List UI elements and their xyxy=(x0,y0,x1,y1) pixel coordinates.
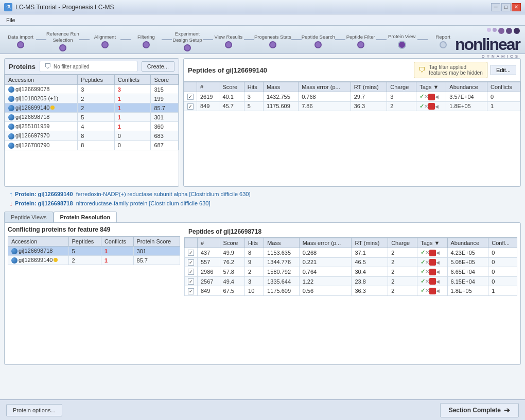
peptide-mass: 1344.776 xyxy=(264,257,299,267)
peptide-check[interactable] xyxy=(185,286,198,296)
peptide-mass: 1580.792 xyxy=(264,267,299,277)
maximize-btn[interactable]: □ xyxy=(501,3,511,11)
protein-conflicts: 1 xyxy=(114,94,151,103)
create-button[interactable]: Create... xyxy=(142,61,174,72)
menu-bar: File xyxy=(0,14,525,26)
peptide-charge: 2 xyxy=(387,101,416,111)
peptides-bottom-title: Peptides of gi|126698718 xyxy=(188,228,261,235)
title-bar: ⚗ LC-MS Tutorial - Progenesis LC-MS ─ □ … xyxy=(0,0,525,14)
peptide-hits: 3 xyxy=(245,276,264,286)
nav-connector-10 xyxy=(417,39,428,40)
protein-up-label: Protein: gi|126699140 ferredoxin-NADP(+)… xyxy=(15,191,250,197)
peptide-num: 2986 xyxy=(198,267,220,277)
peptide-check[interactable] xyxy=(185,276,198,286)
protein-row[interactable]: gi|126699078 3 3 315 xyxy=(5,85,179,94)
nav-dot-view-results xyxy=(225,41,232,48)
peptide-bottom-row[interactable]: 2986 57.8 2 1580.792 0.764 30.4 2 ✓✕◀ 6.… xyxy=(185,267,517,277)
nav-connector-4 xyxy=(162,39,172,40)
peptide-bottom-row[interactable]: 2567 49.4 3 1335.644 1.22 23.8 2 ✓✕◀ 6.1… xyxy=(185,276,517,286)
top-section: Proteins ⛉ No filter applied Create... A… xyxy=(4,58,521,187)
protein-row[interactable]: gi|10180205 (+1) 2 1 199 xyxy=(5,94,179,103)
nav-connector-3 xyxy=(120,39,131,40)
peptide-conflicts: 0 xyxy=(488,276,517,286)
nav-step-filtering[interactable]: Filtering xyxy=(131,34,162,48)
section-complete-button[interactable]: Section Complete ➔ xyxy=(440,403,519,417)
peptide-mass: 1153.635 xyxy=(264,248,299,258)
peptide-num: 849 xyxy=(198,286,220,296)
protein-options-button[interactable]: Protein options... xyxy=(6,404,62,416)
peptide-num: 557 xyxy=(198,257,220,267)
protein-up-desc: ferredoxin-NADP(+) reductase subunit alp… xyxy=(76,191,251,197)
tab-content: Conflicting proteins for feature 849 Acc… xyxy=(4,222,521,365)
col-peptides: Peptides xyxy=(68,237,101,247)
conflict-title: Conflicting proteins for feature 849 xyxy=(8,226,180,233)
protein-accession: gi|126699078 xyxy=(5,85,78,94)
nav-step-progenesis-stats[interactable]: Progenesis Stats xyxy=(254,34,291,48)
nav-step-alignment[interactable]: Alignment xyxy=(90,34,120,48)
protein-row[interactable]: gi|126700790 8 0 687 xyxy=(5,141,179,150)
protein-score: 360 xyxy=(151,122,179,131)
nav-step-view-results[interactable]: View Results xyxy=(213,34,244,48)
file-menu[interactable]: File xyxy=(2,16,20,24)
arrow-label-down: ↓ Protein: gi|126698718 nitroreductase-f… xyxy=(9,199,516,207)
peptide-hits: 2 xyxy=(245,267,264,277)
peptide-check[interactable] xyxy=(185,267,198,277)
protein-row[interactable]: gi|126697970 8 0 683 xyxy=(5,131,179,141)
nav-step-experiment-design[interactable]: ExperimentDesign Setup xyxy=(172,31,203,51)
nav-step-data-import[interactable]: Data Import xyxy=(5,34,36,48)
col-num: # xyxy=(197,82,219,92)
peptide-check[interactable] xyxy=(184,92,197,102)
tag-filter-line2: features may be hidden xyxy=(429,70,483,76)
col-abundance: Abundance xyxy=(447,238,488,248)
nav-dot-reference-run xyxy=(59,44,66,51)
protein-conflicts: 0 xyxy=(114,131,151,141)
peptides-bottom-table-wrap: # Score Hits Mass Mass error (p... RT (m… xyxy=(184,238,517,361)
peptide-conflicts: 0 xyxy=(488,257,517,267)
protein-accession: gi|126698718 xyxy=(5,113,78,122)
peptide-bottom-row[interactable]: 849 67.5 10 1175.609 0.56 36.3 2 ✓✕◀ 1.8… xyxy=(185,286,517,296)
protein-row[interactable]: gi|126698718 5 1 301 xyxy=(5,113,179,122)
protein-row[interactable]: gi|126699140 2 1 85.7 xyxy=(5,103,179,113)
tab-peptide-views[interactable]: Peptide Views xyxy=(4,212,54,222)
protein-accession: gi|255101959 xyxy=(5,122,78,131)
peptide-abundance: 4.23E+05 xyxy=(447,248,488,258)
peptide-mass: 1335.644 xyxy=(264,276,299,286)
peptide-row[interactable]: 849 45.7 5 1175.609 7.86 36.3 2 ✓✕◀ 1.8E… xyxy=(184,101,520,111)
col-score: Score xyxy=(219,82,244,92)
col-conflicts: Conflicts xyxy=(101,237,133,247)
peptides-bottom-header: Peptides of gi|126698718 xyxy=(184,226,517,238)
protein-score: 199 xyxy=(151,94,179,103)
tab-protein-resolution[interactable]: Protein Resolution xyxy=(54,212,117,222)
nav-step-peptide-filter[interactable]: Peptide Filter xyxy=(345,34,376,48)
peptide-check[interactable] xyxy=(184,101,197,111)
app-icon: ⚗ xyxy=(4,3,12,11)
tag-filter-badge: ⛉ Tag filter applied features may be hid… xyxy=(414,62,487,78)
peptide-conflicts: 1 xyxy=(488,286,517,296)
peptide-check[interactable] xyxy=(185,257,198,267)
close-btn[interactable]: ✕ xyxy=(512,3,521,11)
peptide-row[interactable]: 2619 40.1 3 1432.755 0.768 29.7 3 ✓✕◀ 3.… xyxy=(184,92,520,102)
minimize-btn[interactable]: ─ xyxy=(491,3,500,11)
edit-button[interactable]: Edit... xyxy=(491,65,516,75)
peptide-conflicts: 0 xyxy=(488,248,517,258)
col-abundance: Abundance xyxy=(446,82,487,92)
nav-step-peptide-search[interactable]: Peptide Search xyxy=(302,34,335,48)
peptide-num: 2567 xyxy=(198,276,220,286)
peptide-num: 2619 xyxy=(197,92,219,102)
peptide-mass-error: 0.768 xyxy=(299,92,351,102)
section-complete-label: Section Complete xyxy=(449,407,501,414)
protein-row[interactable]: gi|255101959 4 1 360 xyxy=(5,122,179,131)
nav-dot-data-import xyxy=(17,41,24,48)
nav-step-reference-run[interactable]: Reference RunSelection xyxy=(46,31,79,51)
nav-step-protein-view[interactable]: Protein View xyxy=(387,33,417,49)
peptide-abundance: 6.65E+04 xyxy=(447,267,488,277)
peptide-check[interactable] xyxy=(185,248,198,258)
peptide-bottom-row[interactable]: 437 49.9 8 1153.635 0.268 37.1 2 ✓✕◀ 4.2… xyxy=(185,248,517,258)
proteins-table-container: Accession Peptides Conflicts Score gi|12… xyxy=(5,75,179,186)
conflict-row[interactable]: gi|126699140 2 1 85.7 xyxy=(8,256,180,265)
nav-step-report[interactable]: Report xyxy=(428,34,459,48)
peptide-score: 49.9 xyxy=(220,248,245,258)
conflict-row[interactable]: gi|126698718 5 1 301 xyxy=(8,247,180,256)
peptide-bottom-row[interactable]: 557 76.2 9 1344.776 0.221 46.5 2 ✓✕◀ 5.0… xyxy=(185,257,517,267)
protein-conflicts: 1 xyxy=(114,103,151,113)
